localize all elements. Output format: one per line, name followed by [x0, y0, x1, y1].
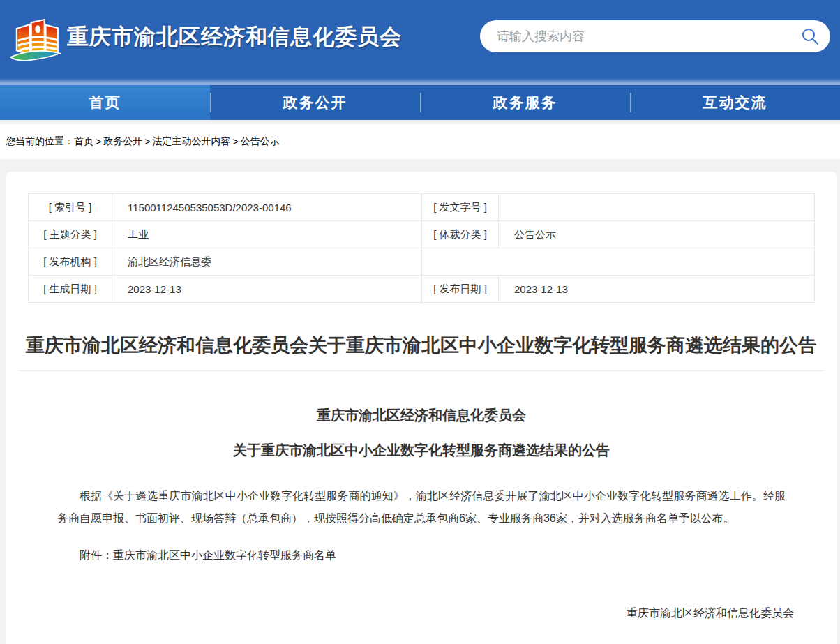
meta-value-topic-category: 工业: [112, 221, 421, 248]
meta-label-creation-date: [ 生成日期 ]: [29, 276, 112, 303]
document-subtitle-agency: 重庆市渝北区经济和信息化委员会: [6, 406, 837, 425]
meta-value-issuing-agency: 渝北区经济信息委: [112, 248, 421, 276]
attachment-line: 附件：重庆市渝北区中小企业数字化转型服务商名单: [57, 548, 786, 563]
breadcrumb-separator: >: [232, 136, 238, 147]
search-icon[interactable]: [801, 27, 819, 45]
table-row: [ 体裁分类 ] 公告公示: [422, 221, 815, 248]
attachment-link[interactable]: 重庆市渝北区中小企业数字化转型服务商名单: [113, 549, 336, 561]
meta-label-index-number: [ 索引号 ]: [29, 194, 112, 221]
main-nav: 首页 政务公开 政务服务 互动交流: [0, 85, 840, 120]
table-row: [ 主题分类 ] 工业: [29, 221, 421, 248]
nav-tab-gov-disclosure[interactable]: 政务公开: [210, 85, 420, 120]
table-row: [422, 248, 815, 276]
meta-value-creation-date: 2023-12-13: [112, 276, 421, 303]
breadcrumb-item-home[interactable]: 首页: [74, 135, 93, 148]
site-header: 重庆市渝北区经济和信息化委员会: [0, 0, 840, 78]
document-signature: 重庆市渝北区经济和信息化委员会: [6, 606, 837, 621]
meta-value-genre-category: 公告公示: [499, 221, 815, 248]
content-card: [ 索引号 ] 11500112450535053D/2023-00146 [ …: [6, 172, 837, 644]
table-row: [ 生成日期 ] 2023-12-13: [29, 276, 421, 303]
page-title: 重庆市渝北区经济和信息化委员会关于重庆市渝北区中小企业数字化转型服务商遴选结果的…: [18, 332, 825, 359]
meta-value-document-number: [499, 194, 815, 221]
breadcrumb-separator: >: [96, 136, 101, 147]
title-divider: [20, 370, 823, 371]
header-gradient-band: [0, 78, 840, 85]
meta-label-issuing-agency: [ 发布机构 ]: [29, 248, 112, 276]
meta-value-index-number: 11500112450535053D/2023-00146: [112, 194, 421, 221]
search-input[interactable]: [497, 29, 801, 44]
attachment-label: 附件：: [80, 549, 113, 561]
table-row: [ 发文字号 ]: [422, 194, 815, 221]
meta-label-publish-date: [ 发布日期 ]: [422, 276, 499, 303]
document-meta-table: [ 索引号 ] 11500112450535053D/2023-00146 [ …: [28, 193, 815, 303]
breadcrumb-item-announcements[interactable]: 公告公示: [241, 135, 280, 148]
table-row: [ 索引号 ] 11500112450535053D/2023-00146: [29, 194, 421, 221]
breadcrumb-item-statutory-content[interactable]: 法定主动公开内容: [152, 135, 230, 148]
breadcrumb: 您当前的位置： 首页 > 政务公开 > 法定主动公开内容 > 公告公示: [0, 124, 840, 159]
site-title: 重庆市渝北区经济和信息化委员会: [67, 22, 402, 52]
table-row: [ 发布日期 ] 2023-12-13: [422, 276, 815, 303]
site-logo-icon[interactable]: [7, 10, 61, 66]
spacer: [0, 159, 840, 172]
nav-tab-home[interactable]: 首页: [0, 85, 210, 120]
meta-empty-cell: [422, 248, 815, 276]
nav-tab-gov-services[interactable]: 政务服务: [420, 85, 630, 120]
meta-label-document-number: [ 发文字号 ]: [422, 194, 499, 221]
breadcrumb-item-gov-disclosure[interactable]: 政务公开: [103, 135, 142, 148]
meta-label-topic-category: [ 主题分类 ]: [29, 221, 112, 248]
breadcrumb-separator: >: [144, 136, 150, 147]
search-box: [480, 20, 830, 52]
breadcrumb-label: 您当前的位置：: [6, 135, 74, 148]
meta-value-publish-date: 2023-12-13: [499, 276, 815, 303]
nav-tab-interaction[interactable]: 互动交流: [630, 85, 840, 120]
document-paragraph: 根据《关于遴选重庆市渝北区中小企业数字化转型服务商的通知》，渝北区经济信息委开展…: [57, 485, 786, 530]
meta-label-genre-category: [ 体裁分类 ]: [422, 221, 499, 248]
document-subtitle-announcement: 关于重庆市渝北区中小企业数字化转型服务商遴选结果的公告: [6, 441, 837, 460]
table-row: [ 发布机构 ] 渝北区经济信息委: [29, 248, 421, 276]
topic-category-link[interactable]: 工业: [128, 228, 149, 240]
